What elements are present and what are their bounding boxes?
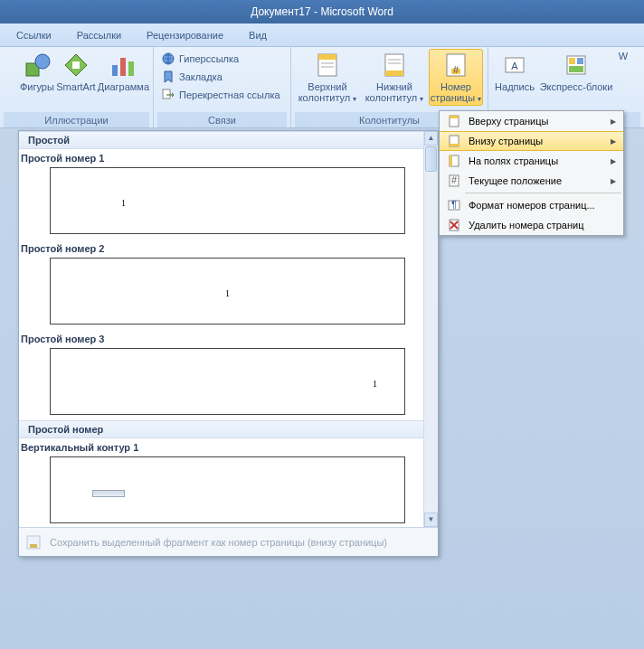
svg-rect-39 [30,544,37,548]
pagenumber-dropdown: Вверху страницы ▶ Внизу страницы ▶ На по… [439,110,624,236]
svg-rect-13 [385,71,403,76]
tab-review[interactable]: Рецензирование [134,24,236,47]
remove-icon [445,218,463,232]
format-icon: ¶ [445,198,463,212]
footer-label: Нижний колонтитул [365,81,418,103]
textbox-icon: A [500,51,529,80]
scroll-up-icon[interactable]: ▲ [424,131,438,146]
scroll-down-icon[interactable]: ▼ [424,513,438,527]
wordart-button[interactable]: W [615,49,631,61]
gallery-category-simple-num: Простой номер [19,420,423,438]
svg-rect-26 [450,116,459,118]
footer-button[interactable]: Нижний колонтитул ▾ [362,49,427,105]
menu-current-label: Текущее положение [469,175,562,186]
smartart-button[interactable]: SmartArt [56,49,96,92]
menu-format-label: Формат номеров страниц... [469,200,595,211]
tab-references[interactable]: Ссылки [4,24,64,47]
shapes-button[interactable]: Фигуры [20,49,54,92]
submenu-arrow-icon: ▶ [611,157,616,165]
menu-remove-label: Удалить номера страниц [469,220,584,230]
bookmark-label: Закладка [179,71,223,82]
page-current-icon: # [445,174,463,188]
svg-text:#: # [451,174,458,185]
scroll-thumb[interactable] [425,146,437,172]
hyperlink-label: Гиперссылка [179,53,239,64]
menu-margins-label: На полях страницы [469,155,558,166]
page-top-icon [445,114,463,128]
header-button[interactable]: Верхний колонтитул ▾ [295,49,360,105]
svg-rect-9 [318,54,336,60]
submenu-arrow-icon: ▶ [611,118,616,126]
bookmark-button[interactable]: Закладка [157,69,284,85]
svg-rect-28 [450,144,459,146]
title-bar: Документ17 - Microsoft Word [0,0,644,24]
group-illustrations-label: Иллюстрации [4,112,149,127]
svg-rect-22 [569,58,575,64]
gallery-item-3-preview[interactable]: 1 [50,348,405,415]
gallery-category-simple: Простой [19,131,423,149]
page-bottom-icon [445,134,463,148]
gallery-item-2-preview[interactable]: 1 [50,258,405,324]
save-selection-icon [24,533,43,551]
smartart-icon [62,51,90,80]
menu-page-margins[interactable]: На полях страницы ▶ [440,151,623,171]
svg-rect-3 [112,65,118,76]
save-selection-label[interactable]: Сохранить выделенный фрагмент как номер … [50,537,387,548]
chart-button[interactable]: Диаграмма [98,49,149,92]
quickparts-icon [562,51,591,80]
hyperlink-icon [161,52,175,66]
gallery-item-4-title: Вертикальный контур 1 [19,438,423,455]
header-label: Верхний колонтитул [298,81,351,103]
gallery-item-2-title: Простой номер 2 [19,240,423,256]
hyperlink-button[interactable]: Гиперссылка [157,51,284,67]
pagenumber-label: Номер страницы [431,81,475,103]
svg-rect-5 [128,61,134,76]
tab-mailings[interactable]: Рассылки [64,24,134,47]
svg-rect-23 [577,58,583,64]
menu-bottom-label: Внизу страницы [469,136,543,146]
menu-top-label: Вверху страницы [469,116,548,127]
menu-current-position[interactable]: # Текущее положение ▶ [440,171,623,191]
footer-icon [380,51,409,80]
chart-icon [109,51,137,80]
pagenumber-gallery: Простой Простой номер 1 1 Простой номер … [18,130,439,557]
svg-rect-30 [450,155,452,166]
header-icon [313,51,342,80]
pagenumber-button[interactable]: # Номер страницы ▾ [429,49,483,106]
svg-rect-4 [120,58,126,76]
menu-remove-numbers[interactable]: Удалить номера страниц [440,215,623,235]
pagenumber-icon: # [441,51,470,80]
svg-rect-7 [163,89,170,99]
svg-text:¶: ¶ [451,199,457,210]
crossref-button[interactable]: Перекрестная ссылка [157,87,284,103]
group-links-label: Связи [157,112,287,127]
ribbon-tabs: Ссылки Рассылки Рецензирование Вид [0,24,644,47]
bookmark-icon [161,70,175,84]
crossref-icon [161,88,175,102]
tab-view[interactable]: Вид [236,24,279,47]
submenu-arrow-icon: ▶ [611,137,616,146]
menu-format-numbers[interactable]: ¶ Формат номеров страниц... [440,195,623,215]
svg-rect-2 [72,61,80,69]
svg-text:A: A [511,61,518,71]
submenu-arrow-icon: ▶ [611,177,616,185]
svg-rect-24 [569,66,583,72]
shapes-icon [23,51,52,80]
gallery-scrollbar[interactable]: ▲ ▼ [423,131,438,527]
crossref-label: Перекрестная ссылка [179,89,280,100]
gallery-item-3-title: Простой номер 3 [19,330,423,346]
gallery-item-1-preview[interactable]: 1 [50,167,405,234]
quickparts-button[interactable]: Экспресс-блоки [539,49,613,92]
gallery-item-1-title: Простой номер 1 [19,149,423,165]
shapes-split[interactable] [4,49,18,81]
menu-bottom-of-page[interactable]: Внизу страницы ▶ [440,131,623,151]
gallery-item-4-preview[interactable] [50,456,405,523]
textbox-button[interactable]: A Надпись [492,49,537,92]
gallery-footer: Сохранить выделенный фрагмент как номер … [19,527,438,556]
menu-top-of-page[interactable]: Вверху страницы ▶ [440,111,623,131]
svg-text:#: # [453,64,459,75]
svg-point-1 [35,54,50,69]
page-margins-icon [445,154,463,168]
